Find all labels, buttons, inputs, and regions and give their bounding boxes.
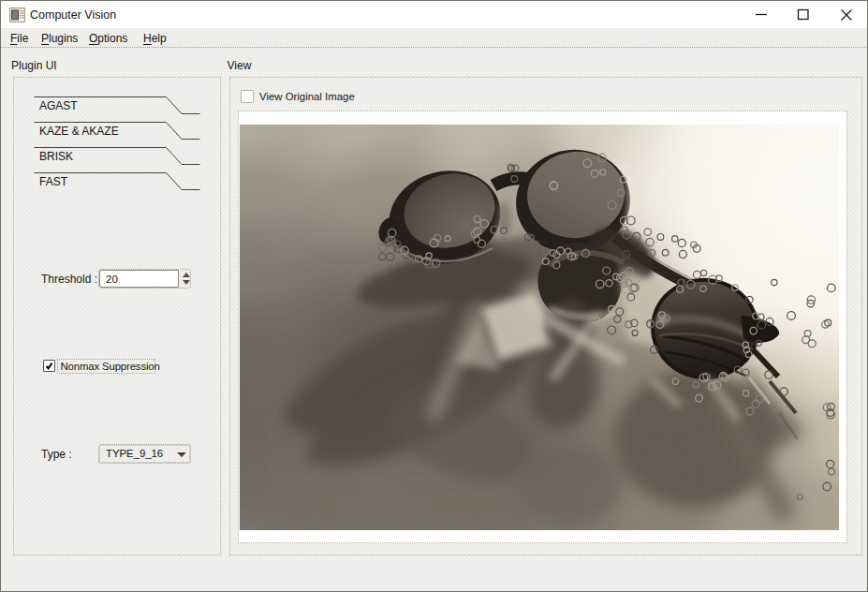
svg-text:BRISK: BRISK (39, 150, 73, 163)
svg-text:FAST: FAST (39, 175, 68, 188)
svg-text:AGAST: AGAST (39, 99, 78, 112)
svg-text:KAZE & AKAZE: KAZE & AKAZE (39, 125, 119, 138)
